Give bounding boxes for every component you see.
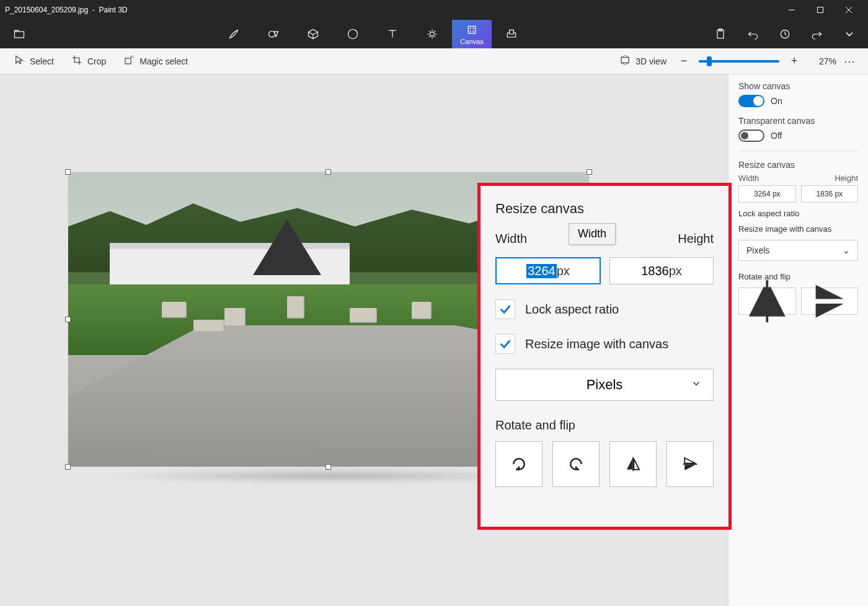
select-label: Select (30, 56, 54, 66)
secondary-toolbar: Select Crop Magic select 3D view − + 27%… (0, 48, 868, 74)
tab-stickers[interactable] (333, 20, 373, 48)
magic-icon (123, 55, 135, 68)
crop-icon (71, 55, 82, 68)
tab-canvas[interactable]: Canvas (452, 20, 492, 48)
panel-resizewith-label: Resize image with canvas (738, 224, 858, 234)
view3d-icon (619, 55, 631, 68)
svg-rect-12 (125, 58, 131, 64)
tab-2d-shapes[interactable] (254, 20, 293, 48)
panel-width-input[interactable]: 3264 px (738, 185, 796, 203)
svg-rect-1 (818, 7, 823, 13)
svg-rect-4 (15, 32, 24, 38)
resize-handle[interactable] (65, 464, 71, 470)
show-canvas-toggle[interactable] (738, 95, 764, 107)
expand-button[interactable] (836, 28, 863, 40)
rotate-right-button[interactable] (552, 441, 600, 487)
tab-canvas-label: Canvas (460, 38, 483, 45)
redo-button[interactable] (804, 28, 831, 40)
panel-height-label: Height (835, 173, 858, 183)
shapes2d-icon (267, 27, 280, 41)
zoom-slider[interactable] (699, 60, 779, 63)
width-tooltip: Width (569, 223, 616, 245)
transparent-toggle[interactable] (738, 130, 764, 142)
svg-rect-13 (621, 58, 629, 63)
svg-point-7 (430, 32, 435, 37)
title-filename: P_20150604_205209.jpg (5, 6, 88, 14)
lock-aspect-label: Lock aspect ratio (525, 302, 619, 317)
sticker-icon (347, 27, 359, 41)
magic-select-tool[interactable]: Magic select (115, 48, 197, 74)
chevron-down-icon: ⌄ (843, 245, 850, 255)
popup-units-select[interactable]: Pixels (495, 369, 714, 401)
popup-title: Resize canvas (495, 201, 714, 217)
title-app: Paint 3D (99, 6, 127, 14)
chevron-down-icon (691, 377, 702, 393)
paste-button[interactable] (707, 28, 734, 40)
magic-label: Magic select (140, 56, 188, 66)
transparent-state: Off (771, 131, 782, 141)
main-ribbon: Canvas (0, 20, 868, 48)
resize-with-canvas-checkbox[interactable] (495, 334, 515, 354)
resize-handle[interactable] (326, 169, 331, 175)
popup-height-label: Height (609, 232, 714, 246)
brush-icon (228, 27, 240, 41)
canvas-icon (466, 23, 478, 37)
flip-vertical-button[interactable] (801, 288, 859, 315)
close-button[interactable] (835, 0, 863, 20)
menu-button[interactable] (4, 27, 34, 41)
more-button[interactable]: ⋯ (836, 55, 863, 68)
canvas-panel: Canvas Show canvas On Transparent canvas… (728, 48, 868, 606)
flip-horizontal-button[interactable] (738, 288, 796, 315)
cube-icon (307, 27, 319, 41)
minimize-button[interactable] (777, 0, 806, 20)
popup-width-input[interactable]: 3264px (495, 257, 601, 284)
panel-units-select[interactable]: Pixels ⌄ (738, 240, 858, 261)
tab-3d-shapes[interactable] (293, 20, 333, 48)
crop-tool[interactable]: Crop (63, 48, 115, 74)
cursor-icon (14, 55, 25, 68)
tab-brushes[interactable] (214, 20, 254, 48)
effects-icon (426, 27, 438, 41)
zoom-out-button[interactable]: − (675, 53, 693, 70)
library-icon (505, 27, 518, 41)
tab-effects[interactable] (412, 20, 452, 48)
flip-horizontal-button[interactable] (609, 441, 657, 487)
title-bar: P_20150604_205209.jpg - Paint 3D (0, 0, 868, 20)
tab-text[interactable] (373, 20, 412, 48)
lock-aspect-checkbox[interactable] (495, 299, 515, 319)
zoom-percent: 27% (809, 56, 836, 66)
transparent-label: Transparent canvas (738, 116, 858, 126)
panel-lock-label: Lock aspect ratio (738, 209, 858, 218)
show-canvas-label: Show canvas (738, 81, 858, 91)
resize-handle[interactable] (65, 317, 71, 322)
svg-rect-8 (468, 26, 476, 33)
folder-icon (13, 27, 25, 41)
panel-width-label: Width (738, 173, 759, 183)
resize-with-label: Resize image with canvas (525, 337, 668, 351)
panel-height-input[interactable]: 1836 px (801, 185, 859, 203)
resize-popup: Resize canvas Width Height Width 3264px … (477, 183, 732, 530)
3d-view-button[interactable]: 3D view (611, 48, 675, 74)
text-icon (386, 27, 399, 41)
view3d-label: 3D view (636, 56, 666, 66)
maximize-button[interactable] (806, 0, 835, 20)
rotate-left-button[interactable] (495, 441, 542, 487)
history-button[interactable] (771, 28, 799, 40)
undo-button[interactable] (739, 28, 766, 40)
show-canvas-state: On (771, 96, 782, 106)
tab-3d-library[interactable] (492, 20, 531, 48)
popup-rotate-label: Rotate and flip (495, 418, 714, 433)
popup-height-input[interactable]: 1836px (609, 257, 714, 284)
select-tool[interactable]: Select (5, 48, 63, 74)
zoom-in-button[interactable]: + (786, 53, 803, 70)
resize-handle[interactable] (65, 169, 71, 175)
resize-label: Resize canvas (738, 160, 858, 170)
resize-handle[interactable] (587, 169, 592, 175)
flip-vertical-button[interactable] (666, 441, 714, 487)
crop-label: Crop (87, 56, 106, 66)
